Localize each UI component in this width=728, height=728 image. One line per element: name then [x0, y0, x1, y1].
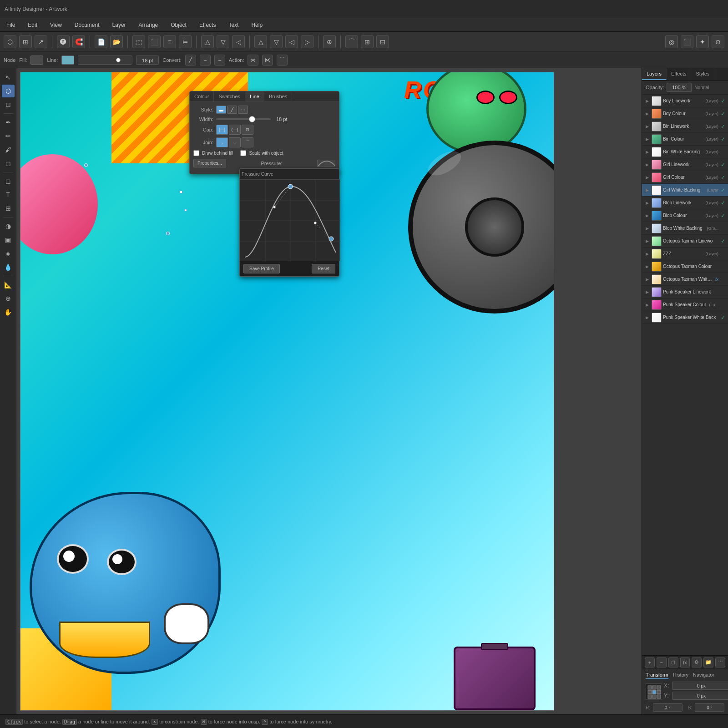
tool-eyedrop[interactable]: 💧	[2, 261, 15, 273]
toolbar-group[interactable]: ⬚	[132, 35, 145, 48]
scale-with-object-checkbox[interactable]	[240, 150, 246, 156]
transform-anchor-preview[interactable]	[646, 683, 662, 700]
expand-oct-white[interactable]: ▶	[644, 276, 650, 283]
tab-effects[interactable]: Effects	[667, 68, 691, 80]
tab-line[interactable]: Line	[245, 91, 264, 101]
fill-swatch[interactable]	[30, 56, 43, 65]
tool-fill[interactable]: ▣	[2, 233, 15, 246]
expand-girl-white[interactable]: ▶	[644, 187, 650, 193]
menu-help[interactable]: Help	[248, 21, 265, 29]
tab-navigator[interactable]: Navigator	[693, 672, 714, 679]
fx-btn[interactable]: fx	[680, 657, 690, 667]
vis-oct-line[interactable]: ✓	[720, 238, 726, 244]
tab-swatches[interactable]: Swatches	[214, 91, 245, 101]
toolbar-curve[interactable]: ⌒	[345, 35, 358, 48]
toolbar-align[interactable]: ≡	[163, 35, 176, 48]
expand-blob-white[interactable]: ▶	[644, 225, 650, 232]
delete-layer-btn[interactable]: −	[657, 657, 667, 667]
tab-styles[interactable]: Styles	[691, 68, 714, 80]
mask-btn[interactable]: ◻	[668, 657, 678, 667]
menu-arrange[interactable]: Arrange	[136, 21, 161, 29]
toolbar-pen1[interactable]: △	[201, 35, 214, 48]
tab-colour[interactable]: Colour	[190, 91, 214, 101]
tool-text[interactable]: T	[2, 188, 15, 201]
width-slider[interactable]	[216, 118, 271, 120]
vis-girl-col[interactable]: ✓	[720, 174, 726, 181]
layer-girl-col[interactable]: ▶ Girl Colour (Layer) ✓	[642, 171, 728, 184]
add-layer-btn[interactable]: +	[645, 657, 655, 667]
tool-node[interactable]: ⬡	[2, 85, 15, 97]
tool-shape[interactable]: ◻	[2, 175, 15, 187]
convert-btn1[interactable]: ╱	[185, 55, 196, 66]
toolbar-pixel[interactable]: ⬛	[681, 35, 693, 48]
expand-oct-line[interactable]: ▶	[644, 238, 650, 244]
node-1[interactable]	[84, 163, 88, 167]
y-input[interactable]	[672, 692, 728, 700]
toolbar-assistant[interactable]: 🅐	[57, 35, 70, 48]
vis-girl-line[interactable]: ✓	[720, 162, 726, 168]
expand-punk-col[interactable]: ▶	[644, 302, 650, 308]
expand-oct-col[interactable]: ▶	[644, 263, 650, 270]
expand-bin-white[interactable]: ▶	[644, 149, 650, 155]
toolbar-transform[interactable]: ⊞	[361, 35, 374, 48]
vis-punk-col[interactable]	[720, 302, 726, 308]
cap-btn-square[interactable]: ⊟	[242, 125, 253, 135]
toolbar-node-tool[interactable]: ⬡	[4, 35, 16, 48]
toolbar-extra[interactable]: ⊙	[712, 35, 724, 48]
layer-punk-line[interactable]: ▶ Punk Speaker Linework	[642, 286, 728, 298]
node-handle2[interactable]	[180, 191, 182, 193]
vis-bin-col[interactable]: ✓	[720, 136, 726, 142]
style-btn-solid[interactable]: ▬	[216, 106, 226, 114]
cap-btn-butt[interactable]: |—|	[216, 125, 228, 135]
toolbar-bool2[interactable]: ▽	[270, 35, 283, 48]
tool-hand[interactable]: ✋	[2, 306, 15, 318]
canvas-area[interactable]: ROCK	[16, 68, 642, 714]
expand-boy-col[interactable]: ▶	[644, 111, 650, 117]
reset-btn[interactable]: Reset	[312, 264, 335, 273]
menu-text[interactable]: Text	[226, 21, 241, 29]
layer-blob-line[interactable]: ▶ Blob Linework (Layer) ✓	[642, 197, 728, 209]
expand-zzz[interactable]: ▶	[644, 251, 650, 257]
toolbar-share[interactable]: ↗	[35, 35, 47, 48]
join-btn-bevel[interactable]: ⌒	[242, 137, 253, 147]
width-slider-thumb[interactable]	[249, 116, 255, 122]
expand-girl-line[interactable]: ▶	[644, 162, 650, 168]
toolbar-photo[interactable]: ◎	[665, 35, 678, 48]
tab-brushes[interactable]: Brushes	[264, 91, 292, 101]
tab-history[interactable]: History	[673, 672, 688, 679]
vis-oct-white[interactable]	[720, 276, 726, 283]
properties-btn[interactable]: Properties...	[193, 159, 226, 167]
layer-boy-col[interactable]: ▶ Boy Colour (Layer) ✓	[642, 107, 728, 120]
layer-oct-line[interactable]: ▶ Octopus Taxman Linewo ✓	[642, 235, 728, 248]
layer-girl-line[interactable]: ▶ Girl Linework (Layer) ✓	[642, 158, 728, 171]
convert-btn2[interactable]: ⌣	[200, 55, 211, 66]
expand-punk-line[interactable]: ▶	[644, 289, 650, 295]
adjust-btn[interactable]: ⚙	[692, 657, 702, 667]
layer-girl-white[interactable]: ▶ Girl White Backing (Layer ✓	[642, 184, 728, 197]
tab-transform[interactable]: Transform	[646, 672, 668, 679]
menu-object[interactable]: Object	[168, 21, 189, 29]
join-btn-round[interactable]: ⌣	[229, 137, 241, 147]
toolbar-designer[interactable]: ✦	[696, 35, 709, 48]
toolbar-bool4[interactable]: ▷	[301, 35, 313, 48]
toolbar-open[interactable]: 📂	[110, 35, 123, 48]
opacity-input[interactable]	[667, 83, 692, 92]
tool-transparency[interactable]: ◈	[2, 247, 15, 260]
pressure-graph[interactable]	[240, 179, 340, 261]
line-color-swatch[interactable]	[61, 56, 74, 65]
node-2[interactable]	[166, 232, 170, 235]
toolbar-bool3[interactable]: ◁	[285, 35, 298, 48]
toolbar-bool1[interactable]: △	[254, 35, 267, 48]
r-input[interactable]	[653, 703, 682, 712]
draw-behind-checkbox[interactable]	[193, 150, 199, 156]
layer-bin-col[interactable]: ▶ Bin Colour (Layer) ✓	[642, 133, 728, 146]
layer-punk-white[interactable]: ▶ Punk Speaker White Back ✓	[642, 311, 728, 324]
extra-btn[interactable]: ⋯	[715, 657, 725, 667]
vis-blob-line[interactable]: ✓	[720, 200, 726, 206]
tool-pen[interactable]: ✒	[2, 116, 15, 129]
line-width-value[interactable]: 18 pt	[136, 56, 159, 65]
tool-table[interactable]: ⊞	[2, 202, 15, 215]
layer-blob-col[interactable]: ▶ Blob Colour (Layer) ✓	[642, 209, 728, 222]
toolbar-new[interactable]: 📄	[95, 35, 107, 48]
menu-file[interactable]: File	[4, 21, 18, 29]
